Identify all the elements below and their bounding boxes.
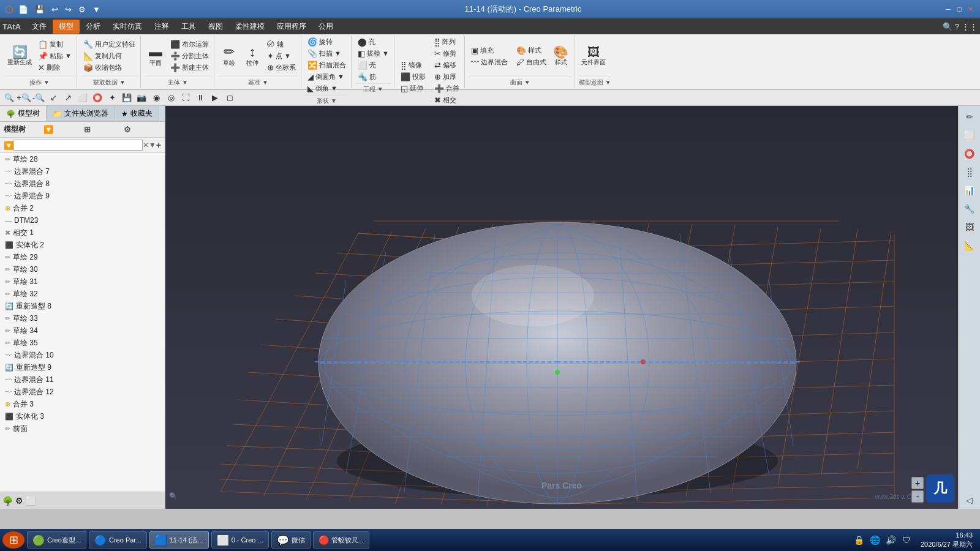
mirror-button[interactable]: ⣿ 镜像: [398, 60, 428, 70]
user-feature-button[interactable]: 🔧 用户定义特征: [81, 39, 138, 50]
tree-item[interactable]: 〰边界混合 11: [0, 373, 165, 386]
paste-button[interactable]: 📌 粘贴 ▼: [36, 51, 74, 61]
view-minus-button[interactable]: -: [911, 490, 924, 503]
taskbar-active-file[interactable]: 🟦 11-14 (活...: [149, 531, 209, 549]
plane-button[interactable]: ▬ 平面: [145, 44, 167, 69]
offset-button[interactable]: ⇄ 偏移: [432, 60, 462, 70]
capture-button[interactable]: 📷: [135, 91, 148, 105]
undo-icon[interactable]: ↩: [49, 4, 61, 15]
new-body-button[interactable]: ➕ 新建主体: [168, 62, 211, 73]
tree-item[interactable]: ✏草绘 31: [0, 276, 165, 288]
panel-gear-icon[interactable]: ⚙: [15, 496, 23, 506]
panel-rect-icon[interactable]: ⬜: [26, 496, 36, 506]
tree-item[interactable]: ⬛实体化 3: [0, 410, 165, 422]
right-chart-icon[interactable]: 📊: [961, 182, 978, 199]
tree-filter-icon[interactable]: 🔽: [43, 125, 81, 134]
settings-icon[interactable]: ⚙: [76, 4, 88, 15]
tree-item[interactable]: —DTM23: [0, 214, 165, 227]
coord-button[interactable]: ⊕ 坐标系: [265, 62, 298, 73]
freestyle-button[interactable]: 🖊 自由式: [514, 57, 549, 67]
new-file-icon[interactable]: 📄: [16, 4, 31, 15]
pause-button[interactable]: ⏸: [194, 91, 207, 105]
view-rect-button[interactable]: ⬜: [76, 91, 89, 105]
intersect-button[interactable]: ✖ 相交: [432, 95, 462, 105]
folder-browser-tab[interactable]: 📁 文件夹浏览器: [47, 106, 115, 121]
merge-button[interactable]: ➕ 合并: [432, 83, 462, 94]
taskbar-creo-par[interactable]: 🔵 Creo Par...: [89, 531, 147, 549]
display-mode-button[interactable]: ◉: [149, 91, 163, 105]
zoom-fit-button[interactable]: 🔍: [2, 91, 16, 105]
dropdown-arrow-icon[interactable]: ▼: [90, 4, 103, 15]
delete-button[interactable]: ✕ 删除: [36, 62, 74, 73]
tree-item[interactable]: ✏草绘 33: [0, 312, 165, 324]
tree-item[interactable]: ✏草绘 34: [0, 324, 165, 337]
menu-model[interactable]: 模型: [53, 20, 80, 34]
right-tool-icon[interactable]: 🔧: [961, 200, 978, 217]
tree-item[interactable]: ⬛实体化 2: [0, 239, 165, 251]
tree-item[interactable]: ✖相交 1: [0, 227, 165, 239]
minimize-button[interactable]: ─: [943, 4, 953, 14]
axis-button[interactable]: 〄 轴: [265, 39, 298, 50]
right-frame-icon[interactable]: 🖼: [961, 219, 978, 236]
taskbar-network-icon[interactable]: 🌐: [868, 533, 881, 547]
menu-analysis[interactable]: 分析: [80, 20, 107, 34]
sweep-blend-button[interactable]: 🔀 扫描混合: [305, 60, 349, 70]
copy-geometry-button[interactable]: 📐 复制几何: [81, 51, 138, 61]
tree-item[interactable]: 〰边界混合 10: [0, 349, 165, 361]
stop-button[interactable]: ◻: [223, 91, 236, 105]
pan-button[interactable]: ↗: [61, 91, 75, 105]
taskbar-lock-icon[interactable]: 🔒: [852, 533, 865, 547]
help-icon[interactable]: ?: [955, 22, 959, 31]
tree-item[interactable]: 🔄重新造型 8: [0, 300, 165, 312]
zoom-out-button[interactable]: -🔍: [32, 91, 45, 105]
tree-add-icon[interactable]: +: [156, 140, 161, 150]
component-interface-button[interactable]: 🖼 元件界面: [579, 45, 608, 68]
taskbar-creo-modeling[interactable]: 🟢 Creo造型...: [27, 531, 86, 549]
tree-item[interactable]: ✏草绘 32: [0, 288, 165, 300]
save-icon[interactable]: 💾: [32, 4, 47, 15]
shrink-wrap-button[interactable]: 📦 收缩包络: [81, 62, 138, 73]
regenerate-button[interactable]: 🔄 重新生成: [5, 45, 34, 68]
tree-settings-icon[interactable]: ⚙: [124, 125, 161, 134]
trim-button[interactable]: ✂ 修剪: [432, 48, 462, 59]
sweep-button[interactable]: 📎 扫描 ▼: [305, 48, 349, 59]
hole-button[interactable]: ⬤ 孔: [355, 37, 391, 47]
tree-view-icon[interactable]: ⊞: [84, 125, 121, 134]
round-button[interactable]: ◢ 倒圆角 ▼: [305, 72, 349, 82]
right-circle-icon[interactable]: ⭕: [961, 145, 978, 162]
copy-button[interactable]: 📋 复制: [36, 39, 74, 50]
model-tree-tab[interactable]: 🌳 模型树: [0, 106, 47, 121]
tree-item[interactable]: 〰边界混合 12: [0, 386, 165, 398]
view-point-button[interactable]: ✦: [105, 91, 119, 105]
thicken-button[interactable]: ⊕ 加厚: [432, 72, 462, 82]
array-button[interactable]: ⣿ 阵列: [432, 37, 462, 47]
close-button[interactable]: ✕: [965, 4, 975, 14]
favorites-tab[interactable]: ★ 收藏夹: [115, 106, 159, 121]
shell-button[interactable]: ⬜ 壳: [355, 60, 391, 70]
boolean-button[interactable]: ⬛ 布尔运算: [168, 39, 211, 50]
search-dropdown-icon[interactable]: ▼: [149, 141, 156, 149]
extrude-button[interactable]: ↕ 拉伸: [241, 44, 263, 69]
project-button[interactable]: ⬛ 投影: [398, 72, 428, 82]
tree-item[interactable]: ✏草绘 29: [0, 251, 165, 263]
draft-button[interactable]: ◧ 拔模 ▼: [355, 48, 391, 59]
menu-view[interactable]: 视图: [202, 20, 229, 34]
panel-tree-icon[interactable]: 🌳: [2, 496, 13, 506]
surface-style-button[interactable]: 🎨 样式: [550, 45, 572, 68]
right-edit-icon[interactable]: ✏: [961, 108, 978, 126]
sketch-button[interactable]: ✏ 草绘: [218, 44, 240, 69]
zoom-window-button[interactable]: ↙: [47, 91, 60, 105]
tree-item[interactable]: 〰边界混合 8: [0, 178, 165, 190]
menu-flexible[interactable]: 柔性建模: [229, 20, 271, 34]
redo-icon[interactable]: ↪: [62, 4, 74, 15]
split-body-button[interactable]: ➗ 分割主体: [168, 51, 211, 61]
tree-item[interactable]: 🔄重新造型 9: [0, 361, 165, 373]
tree-item[interactable]: ⊕合并 2: [0, 202, 165, 214]
chamfer-button[interactable]: ◣ 倒角 ▼: [305, 83, 349, 94]
extend-button[interactable]: ◱ 延伸: [398, 83, 428, 94]
taskbar-shield-icon[interactable]: 🛡: [900, 533, 913, 547]
tree-item[interactable]: ✏草绘 30: [0, 263, 165, 276]
revolve-button[interactable]: 🌀 旋转: [305, 37, 349, 47]
edge-button[interactable]: ⛶: [179, 91, 192, 105]
boundary-blend-button[interactable]: 〰 边界混合: [469, 57, 510, 67]
